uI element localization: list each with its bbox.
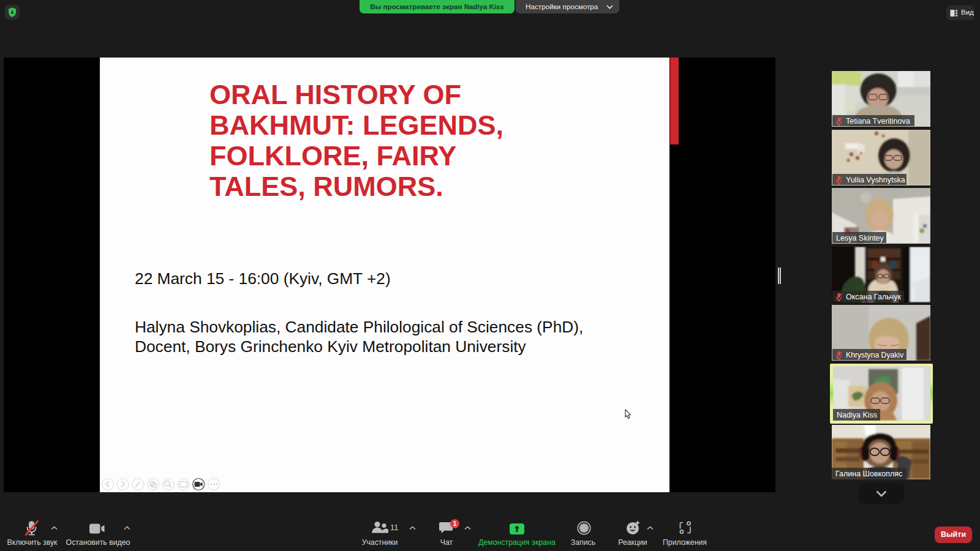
svg-text:Yuliia Vyshnytska: Yuliia Vyshnytska <box>846 176 905 184</box>
svg-text:Tetiana Tveritinova: Tetiana Tveritinova <box>846 117 910 126</box>
svg-text:Галина Шовкопляс: Галина Шовкопляс <box>835 470 902 478</box>
svg-text:Оксана Гальчук: Оксана Гальчук <box>846 293 902 301</box>
svg-text:Khrystyna Dyakiv: Khrystyna Dyakiv <box>846 351 904 359</box>
svg-text:Nadiya Kiss: Nadiya Kiss <box>837 411 877 419</box>
svg-text:Lesya Skintey: Lesya Skintey <box>836 234 884 242</box>
